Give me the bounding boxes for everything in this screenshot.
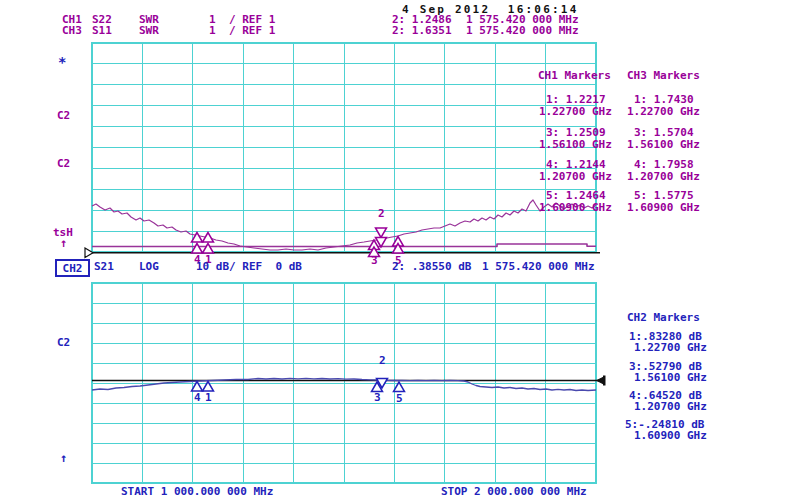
ch2-marker-freq: 1.20700 GHz: [634, 401, 707, 412]
ch1-marker-freq: 1.56100 GHz: [539, 139, 612, 150]
reference-pointer-icon: [603, 376, 606, 386]
ch3-marker-value: 3: 1.5704: [634, 127, 694, 138]
marker-number-label: 2: [379, 354, 386, 367]
ch1-marker-freq: 1.60900 GHz: [539, 202, 612, 213]
ch2-channel-box: CH2: [55, 259, 90, 277]
status-cal-c2-ch1: C2: [57, 110, 70, 121]
ch3-header-segment: 1: [209, 25, 216, 36]
ch2-marker-freq: 1.22700 GHz: [634, 342, 707, 353]
ch3-header-segment: 1 575.420 000 MHz: [466, 25, 579, 36]
ch2-header-segment: 2: .38550 dB: [392, 261, 471, 272]
ch2-header-segment: LOG: [139, 261, 159, 272]
ch2-header-segment: S21: [94, 261, 114, 272]
ch3-header-segment: CH3: [62, 25, 82, 36]
marker-number-label: 3: [371, 254, 378, 267]
ch1-marker-freq: 1.20700 GHz: [539, 171, 612, 182]
marker-number-label: 2: [378, 207, 385, 220]
status-cal-c2-ch3: C2: [57, 158, 70, 169]
ch2-channel-label: CH2: [63, 262, 83, 275]
marker-number-label: 1: [205, 391, 212, 404]
ch3-marker-value: 5: 1.5775: [634, 190, 694, 201]
start-frequency: START 1 000.000 000 MHz: [121, 486, 273, 497]
status-cal-c2-ch2: C2: [57, 337, 70, 348]
ch3-marker-freq: 1.20700 GHz: [627, 171, 700, 182]
ch3-marker-freq: 1.22700 GHz: [627, 106, 700, 117]
marker-number-label: 4: [194, 391, 201, 404]
ch3-header-segment: 2: 1.6351: [392, 25, 452, 36]
ch1-markers-title: CH1 Markers: [538, 70, 611, 81]
ch1-marker-value: 3: 1.2509: [546, 127, 606, 138]
ch2-marker-freq: 1.56100 GHz: [634, 372, 707, 383]
ch3-marker-freq: 1.60900 GHz: [627, 202, 700, 213]
reference-pointer-icon: [597, 377, 604, 384]
status-up-arrow-bottom: ↑: [60, 453, 67, 464]
ch3-header-segment: / REF 1: [229, 25, 275, 36]
stop-frequency: STOP 2 000.000 000 MHz: [441, 486, 587, 497]
ch1-marker-value: 4: 1.2144: [546, 159, 606, 170]
ch3-markers-title: CH3 Markers: [627, 70, 700, 81]
status-star: *: [58, 57, 66, 68]
marker-number-label: 5: [396, 392, 403, 405]
ch1-marker-value: 1: 1.2217: [546, 94, 606, 105]
vna-screen: 4123541235 4 Sep 2012 16:06:14 CH1S22SWR…: [0, 0, 800, 500]
ch2-header-segment: 1 575.420 000 MHz: [482, 261, 595, 272]
ch3-marker-value: 1: 1.7430: [634, 94, 694, 105]
ch2-markers-title: CH2 Markers: [627, 312, 700, 323]
ch1-marker-freq: 1.22700 GHz: [539, 106, 612, 117]
ch2-header-segment: 10 dB/ REF 0 dB: [196, 261, 302, 272]
marker-triangle-up-icon: [203, 244, 214, 254]
status-up-arrow-top: ↑: [60, 238, 67, 249]
ch3-header-segment: SWR: [139, 25, 159, 36]
ch2-marker-freq: 1.60900 GHz: [634, 430, 707, 441]
ch3-header-segment: S11: [92, 25, 112, 36]
ch1-marker-value: 5: 1.2464: [546, 190, 606, 201]
marker-triangle-down-icon: [376, 228, 387, 238]
ch3-marker-value: 4: 1.7958: [634, 159, 694, 170]
marker-number-label: 3: [374, 391, 381, 404]
ch3-marker-freq: 1.56100 GHz: [627, 139, 700, 150]
